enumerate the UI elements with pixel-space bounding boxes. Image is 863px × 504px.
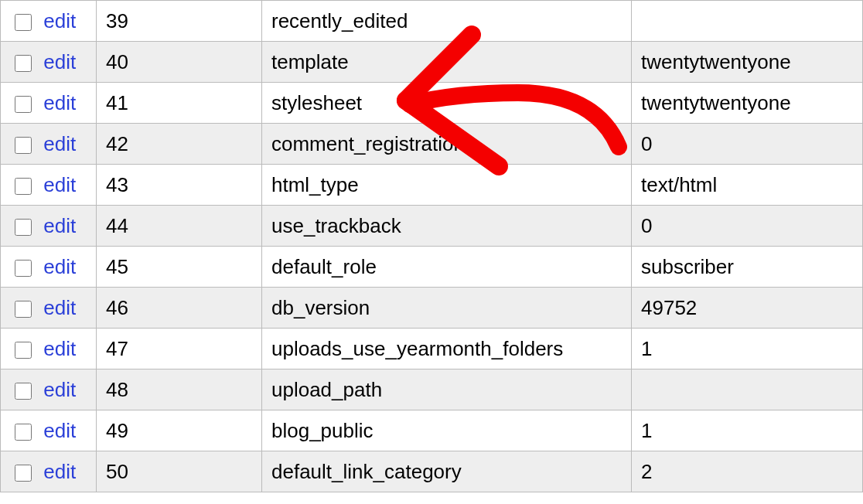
- id-cell: 48: [97, 369, 262, 410]
- action-cell: edit: [1, 369, 97, 410]
- value-cell: 49752: [632, 288, 863, 329]
- edit-link[interactable]: edit: [43, 419, 76, 442]
- row-checkbox[interactable]: [15, 383, 32, 400]
- edit-link[interactable]: edit: [43, 214, 76, 237]
- table-row: edit 41 stylesheet twentytwentyone: [1, 83, 863, 124]
- table-row: edit 47 uploads_use_yearmonth_folders 1: [1, 329, 863, 369]
- edit-link[interactable]: edit: [43, 296, 76, 319]
- id-cell: 40: [97, 42, 262, 83]
- row-checkbox[interactable]: [15, 424, 32, 441]
- name-cell: uploads_use_yearmonth_folders: [262, 329, 632, 369]
- table-row: edit 42 comment_registration 0: [1, 124, 863, 165]
- value-cell: 1: [632, 329, 863, 369]
- name-cell: comment_registration: [262, 124, 632, 165]
- id-cell: 46: [97, 288, 262, 329]
- row-checkbox[interactable]: [15, 219, 32, 236]
- name-cell: upload_path: [262, 369, 632, 410]
- id-cell: 44: [97, 206, 262, 247]
- edit-link[interactable]: edit: [43, 337, 76, 360]
- row-checkbox[interactable]: [15, 301, 32, 318]
- value-cell: twentytwentyone: [632, 42, 863, 83]
- action-cell: edit: [1, 410, 97, 451]
- action-cell: edit: [1, 247, 97, 288]
- action-cell: edit: [1, 42, 97, 83]
- table-row: edit 39 recently_edited: [1, 1, 863, 42]
- table-row: edit 45 default_role subscriber: [1, 247, 863, 288]
- table-row: edit 48 upload_path: [1, 369, 863, 410]
- table-row: edit 50 default_link_category 2: [1, 451, 863, 492]
- row-checkbox[interactable]: [15, 342, 32, 359]
- table-row: edit 44 use_trackback 0: [1, 206, 863, 247]
- value-cell: subscriber: [632, 247, 863, 288]
- edit-link[interactable]: edit: [43, 255, 76, 278]
- action-cell: edit: [1, 329, 97, 369]
- action-cell: edit: [1, 206, 97, 247]
- edit-link[interactable]: edit: [43, 50, 76, 73]
- value-cell: 0: [632, 124, 863, 165]
- options-table: edit 39 recently_edited edit 40 template…: [0, 0, 863, 492]
- row-checkbox[interactable]: [15, 55, 32, 72]
- edit-link[interactable]: edit: [43, 9, 76, 32]
- id-cell: 45: [97, 247, 262, 288]
- edit-link[interactable]: edit: [43, 173, 76, 196]
- name-cell: default_role: [262, 247, 632, 288]
- edit-link[interactable]: edit: [43, 132, 76, 155]
- edit-link[interactable]: edit: [43, 378, 76, 401]
- table-row: edit 40 template twentytwentyone: [1, 42, 863, 83]
- value-cell: 0: [632, 206, 863, 247]
- row-checkbox[interactable]: [15, 137, 32, 154]
- id-cell: 50: [97, 451, 262, 492]
- value-cell: 1: [632, 410, 863, 451]
- name-cell: recently_edited: [262, 1, 632, 42]
- id-cell: 47: [97, 329, 262, 369]
- action-cell: edit: [1, 83, 97, 124]
- action-cell: edit: [1, 451, 97, 492]
- row-checkbox[interactable]: [15, 465, 32, 482]
- id-cell: 39: [97, 1, 262, 42]
- name-cell: stylesheet: [262, 83, 632, 124]
- row-checkbox[interactable]: [15, 96, 32, 113]
- action-cell: edit: [1, 165, 97, 206]
- id-cell: 42: [97, 124, 262, 165]
- action-cell: edit: [1, 1, 97, 42]
- row-checkbox[interactable]: [15, 178, 32, 195]
- value-cell: twentytwentyone: [632, 83, 863, 124]
- name-cell: use_trackback: [262, 206, 632, 247]
- name-cell: blog_public: [262, 410, 632, 451]
- name-cell: default_link_category: [262, 451, 632, 492]
- value-cell: 2: [632, 451, 863, 492]
- name-cell: template: [262, 42, 632, 83]
- id-cell: 49: [97, 410, 262, 451]
- row-checkbox[interactable]: [15, 260, 32, 277]
- id-cell: 41: [97, 83, 262, 124]
- id-cell: 43: [97, 165, 262, 206]
- value-cell: [632, 1, 863, 42]
- edit-link[interactable]: edit: [43, 91, 76, 114]
- edit-link[interactable]: edit: [43, 460, 76, 483]
- value-cell: text/html: [632, 165, 863, 206]
- name-cell: html_type: [262, 165, 632, 206]
- table-row: edit 43 html_type text/html: [1, 165, 863, 206]
- table-row: edit 46 db_version 49752: [1, 288, 863, 329]
- value-cell: [632, 369, 863, 410]
- action-cell: edit: [1, 288, 97, 329]
- table-row: edit 49 blog_public 1: [1, 410, 863, 451]
- row-checkbox[interactable]: [15, 14, 32, 31]
- action-cell: edit: [1, 124, 97, 165]
- name-cell: db_version: [262, 288, 632, 329]
